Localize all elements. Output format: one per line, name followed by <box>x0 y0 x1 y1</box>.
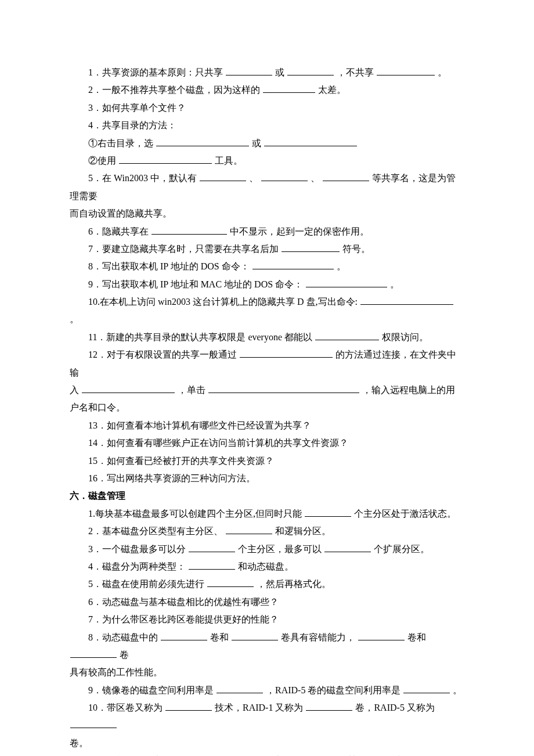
text: 11．新建的共享目录的默认共享权限是 everyone 都能以 <box>88 332 312 342</box>
text: ②使用 <box>88 156 116 165</box>
blank <box>406 754 447 756</box>
text: 入 <box>70 385 79 395</box>
text: 个扩展分区。 <box>374 544 430 554</box>
s5-q11: 11．新建的共享目录的默认共享权限是 everyone 都能以 权限访问。 <box>70 329 464 346</box>
text: 2．一般不推荐共享整个磁盘，因为这样的 <box>88 85 260 95</box>
blank <box>306 278 387 287</box>
text: 符号。 <box>342 244 370 254</box>
blank <box>200 171 246 181</box>
text: 个主分区，最多可以 <box>238 544 322 554</box>
text: 技术，RAID-1 又称为 <box>215 703 303 712</box>
text: ，不共享 <box>337 67 374 77</box>
blank <box>263 83 315 93</box>
text: 卷 <box>120 650 129 660</box>
blank <box>287 66 334 75</box>
text: 9．写出获取本机 IP 地址和 MAC 地址的 DOS 命令： <box>88 279 303 289</box>
text: 15．如何查看已经被打开的共享文件夹资源？ <box>88 456 274 466</box>
text: ①右击目录，选 <box>88 138 153 148</box>
text: 。 <box>453 685 462 695</box>
s5-q8: 8．写出获取本机 IP 地址的 DOS 命令： 。 <box>70 258 464 275</box>
s6-q1: 1.每块基本磁盘最多可以创建四个主分区,但同时只能 个主分区处于激活状态。 <box>70 505 464 523</box>
s5-q5: 5．在 Win2003 中，默认有 、 、 等共享名，这是为管理需要 <box>70 170 464 205</box>
blank <box>264 136 357 146</box>
text: 卷。 <box>70 738 88 748</box>
text: 4．共享目录的方法： <box>88 120 176 130</box>
text: 14．如何查看有哪些账户正在访问当前计算机的共享文件资源？ <box>88 438 348 448</box>
blank <box>323 171 369 181</box>
blank <box>252 260 334 269</box>
text: 而自动设置的隐藏共享。 <box>70 208 172 218</box>
text: ，输入远程电脑上的用 <box>362 385 455 395</box>
text: 或 <box>252 138 261 148</box>
blank <box>70 718 117 728</box>
text: 和逻辑分区。 <box>275 526 331 536</box>
text: 太差。 <box>318 85 346 95</box>
text: 卷和 <box>407 632 426 642</box>
blank <box>217 683 263 693</box>
s6-q9: 9．镜像卷的磁盘空间利用率是 ，RAID-5 卷的磁盘空间利用率是 。 <box>70 682 464 699</box>
text: 。 <box>390 279 399 289</box>
text: 卷具有容错能力， <box>281 632 355 642</box>
text: 4．磁盘分为两种类型： <box>88 561 186 571</box>
document-page: 1．共享资源的基本原则：只共享 或 ，不共享 。 2．一般不推荐共享整个磁盘，因… <box>0 0 534 756</box>
text: 1.每块基本磁盘最多可以创建四个主分区,但同时只能 <box>88 509 302 519</box>
s5-q1: 1．共享资源的基本原则：只共享 或 ，不共享 。 <box>70 64 464 81</box>
text: 5．在 Win2003 中，默认有 <box>88 173 197 183</box>
s5-q9: 9．写出获取本机 IP 地址和 MAC 地址的 DOS 命令： 。 <box>70 276 464 293</box>
blank <box>306 701 352 711</box>
text: 16．写出网络共享资源的三种访问方法。 <box>88 473 255 483</box>
s5-q12-cont2: 户名和口令。 <box>70 399 464 416</box>
blank <box>324 542 371 552</box>
blank <box>156 136 249 146</box>
blank <box>232 631 278 640</box>
text: 7．为什么带区卷比跨区卷能提供更好的性能？ <box>88 614 279 624</box>
text: 具有较高的工作性能。 <box>70 667 163 677</box>
text: 、 <box>249 173 258 183</box>
text: 个主分区处于激活状态。 <box>354 509 456 519</box>
blank <box>151 225 227 235</box>
s6-q2: 2．基本磁盘分区类型有主分区、 和逻辑分区。 <box>70 523 464 540</box>
blank <box>226 66 272 75</box>
text: 权限访问。 <box>382 332 428 342</box>
text: ，然后再格式化。 <box>257 579 331 589</box>
s6-q7: 7．为什么带区卷比跨区卷能提供更好的性能？ <box>70 611 464 628</box>
blank <box>207 577 254 587</box>
text: 中不显示，起到一定的保密作用。 <box>230 226 369 236</box>
blank <box>261 171 308 181</box>
text: 3．一个磁盘最多可以分 <box>88 544 186 554</box>
s6-q3: 3．一个磁盘最多可以分 个主分区，最多可以 个扩展分区。 <box>70 541 464 558</box>
s5-q2: 2．一般不推荐共享整个磁盘，因为这样的 太差。 <box>70 81 464 99</box>
text: 、 <box>311 173 320 183</box>
blank <box>240 348 333 358</box>
text: 7．要建立隐藏共享名时，只需要在共享名后加 <box>88 244 279 254</box>
text: 。 <box>438 67 447 77</box>
s5-q3: 3．如何共享单个文件？ <box>70 99 464 117</box>
s5-q15: 15．如何查看已经被打开的共享文件夹资源？ <box>70 452 464 470</box>
s6-q5: 5．磁盘在使用前必须先进行 ，然后再格式化。 <box>70 575 464 593</box>
s6-q4: 4．磁盘分为两种类型： 和动态磁盘。 <box>70 558 464 575</box>
text: ，单击 <box>178 385 205 395</box>
s5-q4a: ①右击目录，选 或 <box>70 135 464 152</box>
blank <box>358 631 405 640</box>
text: 2．基本磁盘分区类型有主分区、 <box>88 526 223 536</box>
text: 卷，RAID-5 又称为 <box>355 703 434 712</box>
blank <box>226 524 272 534</box>
blank <box>82 383 175 393</box>
s6-q6: 6．动态磁盘与基本磁盘相比的优越性有哪些？ <box>70 593 464 611</box>
text: 5．磁盘在使用前必须先进行 <box>88 579 204 589</box>
s5-q4b: ②使用 工具。 <box>70 152 464 170</box>
blank <box>360 295 453 305</box>
blank <box>165 701 212 711</box>
blank <box>189 542 235 552</box>
blank <box>161 631 207 640</box>
blank <box>403 683 450 693</box>
blank <box>377 66 435 75</box>
blank <box>70 648 117 658</box>
text: 13．如何查看本地计算机有哪些文件已经设置为共享？ <box>88 420 311 430</box>
s5-q4: 4．共享目录的方法： <box>70 117 464 134</box>
text: 和动态磁盘。 <box>238 561 294 571</box>
text: 10.在本机上访问 win2003 这台计算机上的隐藏共享 D 盘,写出命令: <box>88 297 358 307</box>
text: 12．对于有权限设置的共享一般通过 <box>88 350 237 359</box>
blank <box>208 383 359 393</box>
s5-q6: 6．隐藏共享在 中不显示，起到一定的保密作用。 <box>70 223 464 240</box>
